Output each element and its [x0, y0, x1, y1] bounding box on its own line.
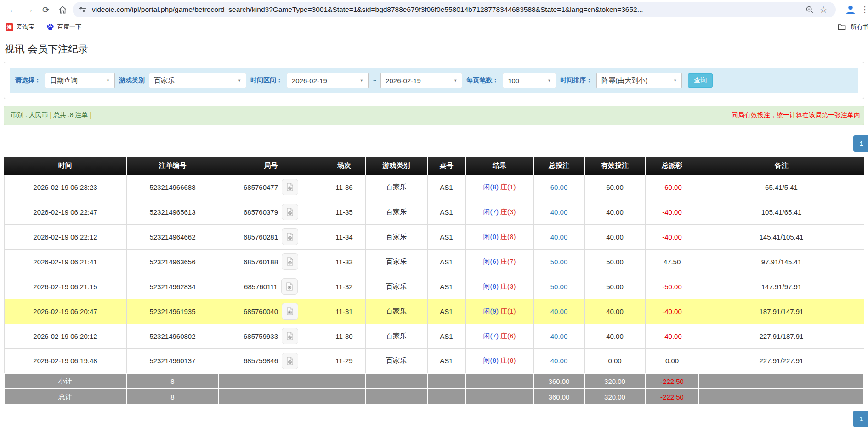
col-round-id: 局号	[219, 157, 323, 175]
cell-game-type: 百家乐	[365, 224, 427, 249]
result-banker: 庄(1)	[500, 183, 516, 191]
page-size-select[interactable]: 100 ▼	[503, 73, 556, 88]
total-bet-link[interactable]: 40.00	[550, 308, 568, 315]
cell-valid-bet: 50.00	[584, 249, 645, 274]
game-type-select[interactable]: 百家乐 ▼	[149, 73, 246, 88]
total-bet-link[interactable]: 60.00	[550, 183, 568, 191]
search-button[interactable]: 查询	[688, 73, 713, 88]
cell-payout: -40.00	[645, 224, 699, 249]
url-text[interactable]: videoie.com/ipl/portal.php/game/betrecor…	[92, 6, 803, 14]
table-header: 时间 注单编号 局号 场次 游戏类别 桌号 结果 总投注 有效投注 总派彩 备注	[4, 157, 864, 175]
forward-icon[interactable]: →	[21, 1, 38, 18]
cell-result: 闲(0) 庄(8)	[465, 224, 533, 249]
total-bet-link[interactable]: 50.00	[550, 258, 568, 266]
table-footer: 小计 8 360.00 320.00 -222.50 总计 8 360.00 3…	[4, 373, 864, 405]
range-separator: ~	[373, 77, 376, 84]
bookmark-taobao[interactable]: 淘 爱淘宝	[6, 23, 34, 31]
menu-icon[interactable]: ⋮	[861, 5, 868, 15]
sort-select[interactable]: 降幂(由大到小) ▼	[596, 73, 682, 88]
cell-payout: -60.00	[645, 175, 699, 200]
cell-valid-bet: 40.00	[584, 324, 645, 348]
date-from-select[interactable]: 2026-02-19 ▼	[287, 73, 369, 88]
cell-session: 11-31	[323, 299, 365, 324]
taobao-icon: 淘	[6, 23, 13, 31]
site-settings-icon[interactable]	[78, 6, 88, 13]
video-replay-button[interactable]	[282, 303, 298, 320]
reload-icon[interactable]: ⟳	[38, 1, 54, 18]
cell-result: 闲(6) 庄(7)	[465, 249, 533, 274]
cell-game-type: 百家乐	[365, 175, 427, 200]
bet-record-table: 时间 注单编号 局号 场次 游戏类别 桌号 结果 总投注 有效投注 总派彩 备注…	[4, 157, 864, 405]
total-bet-link[interactable]: 40.00	[550, 357, 568, 365]
subtotal-count: 8	[126, 373, 219, 389]
video-replay-button[interactable]	[282, 204, 298, 220]
filter-bar: 请选择： 日期查询 ▼ 游戏类别 百家乐 ▼ 时间区间： 2026-02-19 …	[10, 68, 858, 93]
total-bet-link[interactable]: 40.00	[550, 233, 568, 241]
all-bookmarks[interactable]: 所有书签	[833, 23, 868, 32]
cell-bet-id: 523214965613	[126, 200, 219, 224]
total-label: 总计	[4, 389, 126, 405]
query-mode-select[interactable]: 日期查询 ▼	[45, 73, 115, 88]
col-total-bet: 总投注	[533, 157, 584, 175]
subtotal-label: 小计	[4, 373, 126, 389]
bookmark-label: 爱淘宝	[17, 23, 34, 31]
cell-session: 11-29	[323, 348, 365, 373]
video-file-icon	[285, 356, 295, 365]
total-bet-link[interactable]: 50.00	[550, 283, 568, 291]
chevron-down-icon: ▼	[449, 78, 462, 83]
cell-note: 227.91/227.91	[699, 348, 864, 373]
cell-note: 105.41/65.41	[699, 200, 864, 224]
cell-result: 闲(7) 庄(6)	[465, 324, 533, 348]
cell-valid-bet: 40.00	[584, 224, 645, 249]
cell-round-id: 685760111	[244, 283, 278, 291]
cell-round-id: 685760040	[244, 308, 278, 315]
video-replay-button[interactable]	[282, 328, 298, 344]
video-replay-button[interactable]	[282, 353, 298, 369]
total-bet-link[interactable]: 40.00	[550, 332, 568, 340]
subtotal-total-bet: 360.00	[533, 373, 584, 389]
cell-time: 2026-02-19 06:19:48	[4, 348, 126, 373]
cell-table-no: AS1	[427, 274, 465, 299]
total-bet-link[interactable]: 40.00	[550, 208, 568, 216]
profile-avatar[interactable]	[843, 2, 858, 17]
chevron-down-icon: ▼	[233, 78, 246, 83]
home-icon[interactable]	[54, 1, 71, 18]
cell-round-id: 685760379	[244, 208, 278, 216]
video-replay-button[interactable]	[282, 253, 298, 270]
cell-table-no: AS1	[427, 200, 465, 224]
result-player: 闲(7)	[483, 332, 499, 340]
all-bookmarks-label: 所有书签	[851, 23, 868, 31]
col-bet-id: 注单编号	[126, 157, 219, 175]
url-bar[interactable]: videoie.com/ipl/portal.php/game/betrecor…	[73, 2, 836, 17]
page-number-button[interactable]: 1	[853, 411, 868, 427]
result-player: 闲(8)	[483, 282, 499, 290]
bookmark-baidu[interactable]: 百度一下	[46, 23, 81, 31]
cell-time: 2026-02-19 06:21:15	[4, 274, 126, 299]
cell-note: 147.91/97.91	[699, 274, 864, 299]
video-file-icon	[285, 257, 295, 266]
back-icon[interactable]: ←	[5, 1, 21, 18]
subtotal-payout: -222.50	[645, 373, 699, 389]
table-row: 2026-02-19 06:20:47 523214961935 6857600…	[4, 299, 864, 324]
cell-time: 2026-02-19 06:20:12	[4, 324, 126, 348]
video-replay-button[interactable]	[281, 278, 298, 295]
page-number-button[interactable]: 1	[853, 135, 868, 152]
pagination-top: 1	[4, 135, 868, 152]
video-replay-button[interactable]	[282, 179, 298, 195]
col-game-type: 游戏类别	[365, 157, 427, 175]
col-result: 结果	[465, 157, 533, 175]
filter-panel: 请选择： 日期查询 ▼ 游戏类别 百家乐 ▼ 时间区间： 2026-02-19 …	[4, 62, 864, 99]
total-total-bet: 360.00	[533, 389, 584, 405]
total-count: 8	[126, 389, 219, 405]
date-to-select[interactable]: 2026-02-19 ▼	[380, 73, 462, 88]
video-replay-button[interactable]	[282, 228, 298, 245]
total-payout: -222.50	[645, 389, 699, 405]
zoom-icon[interactable]	[803, 3, 817, 17]
bookmark-star-icon[interactable]: ☆	[817, 3, 830, 17]
cell-payout: -50.00	[645, 274, 699, 299]
result-banker: 庄(1)	[500, 307, 516, 315]
cell-bet-id: 523214961935	[126, 299, 219, 324]
query-mode-label: 请选择：	[15, 76, 41, 85]
cell-valid-bet: 40.00	[584, 200, 645, 224]
cell-note: 97.91/145.41	[699, 249, 864, 274]
